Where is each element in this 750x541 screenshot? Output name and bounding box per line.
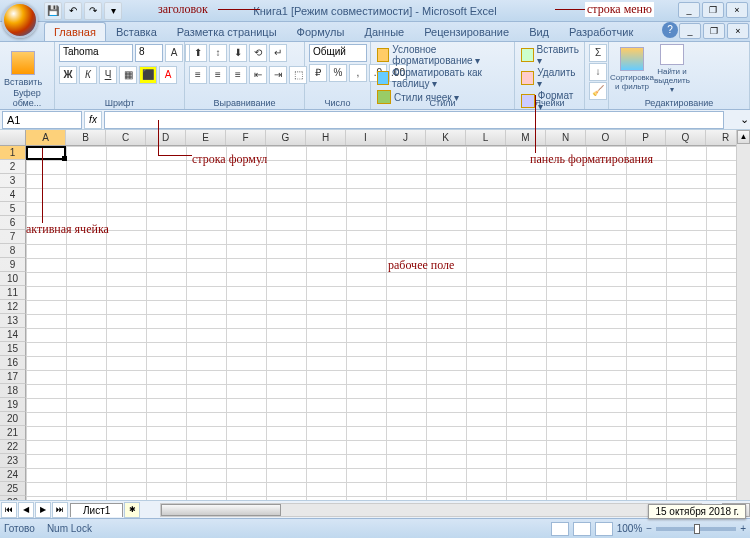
fill-icon[interactable]: ↓ (589, 63, 607, 81)
doc-minimize-button[interactable]: _ (679, 23, 701, 39)
italic-button[interactable]: К (79, 66, 97, 84)
row-header-5[interactable]: 5 (0, 202, 26, 216)
col-header-F[interactable]: F (226, 130, 266, 145)
row-header-18[interactable]: 18 (0, 384, 26, 398)
underline-button[interactable]: Ч (99, 66, 117, 84)
tab-home[interactable]: Главная (44, 22, 106, 41)
col-header-D[interactable]: D (146, 130, 186, 145)
doc-close-button[interactable]: × (727, 23, 749, 39)
format-as-table-button[interactable]: Форматировать как таблицу ▾ (375, 67, 510, 89)
sheet-nav-next-icon[interactable]: ▶ (35, 502, 51, 518)
row-header-7[interactable]: 7 (0, 230, 26, 244)
comma-icon[interactable]: , (349, 64, 367, 82)
indent-inc-icon[interactable]: ⇥ (269, 66, 287, 84)
align-top-icon[interactable]: ⬆ (189, 44, 207, 62)
font-name-combo[interactable]: Tahoma (59, 44, 133, 62)
qat-more-icon[interactable]: ▾ (104, 2, 122, 20)
paste-button[interactable]: Вставить (4, 44, 42, 94)
row-header-21[interactable]: 21 (0, 426, 26, 440)
formula-expand-icon[interactable]: ⌄ (738, 113, 750, 126)
view-layout-icon[interactable] (573, 522, 591, 536)
row-header-3[interactable]: 3 (0, 174, 26, 188)
fx-button[interactable]: fx (84, 111, 102, 129)
row-header-26[interactable]: 26 (0, 496, 26, 500)
maximize-button[interactable]: ❐ (702, 2, 724, 18)
col-header-A[interactable]: A (26, 130, 66, 145)
col-header-L[interactable]: L (466, 130, 506, 145)
font-color-button[interactable]: A (159, 66, 177, 84)
align-bottom-icon[interactable]: ⬇ (229, 44, 247, 62)
row-header-20[interactable]: 20 (0, 412, 26, 426)
row-header-11[interactable]: 11 (0, 286, 26, 300)
row-header-15[interactable]: 15 (0, 342, 26, 356)
zoom-percent[interactable]: 100% (617, 523, 643, 534)
bold-button[interactable]: Ж (59, 66, 77, 84)
zoom-in-button[interactable]: + (740, 523, 746, 534)
view-pagebreak-icon[interactable] (595, 522, 613, 536)
row-header-22[interactable]: 22 (0, 440, 26, 454)
col-header-I[interactable]: I (346, 130, 386, 145)
indent-dec-icon[interactable]: ⇤ (249, 66, 267, 84)
row-header-16[interactable]: 16 (0, 356, 26, 370)
col-header-N[interactable]: N (546, 130, 586, 145)
tab-page-layout[interactable]: Разметка страницы (167, 22, 287, 41)
font-size-combo[interactable]: 8 (135, 44, 163, 62)
row-header-17[interactable]: 17 (0, 370, 26, 384)
row-header-9[interactable]: 9 (0, 258, 26, 272)
row-header-12[interactable]: 12 (0, 300, 26, 314)
clear-icon[interactable]: 🧹 (589, 82, 607, 100)
redo-icon[interactable]: ↷ (84, 2, 102, 20)
doc-restore-button[interactable]: ❐ (703, 23, 725, 39)
col-header-M[interactable]: M (506, 130, 546, 145)
save-icon[interactable]: 💾 (44, 2, 62, 20)
vertical-scrollbar[interactable]: ▲ (736, 130, 750, 500)
undo-icon[interactable]: ↶ (64, 2, 82, 20)
find-select-button[interactable]: Найти и выделить ▾ (653, 44, 691, 94)
row-header-24[interactable]: 24 (0, 468, 26, 482)
tab-insert[interactable]: Вставка (106, 22, 167, 41)
col-header-H[interactable]: H (306, 130, 346, 145)
horizontal-scrollbar[interactable] (160, 503, 702, 517)
row-header-19[interactable]: 19 (0, 398, 26, 412)
cell-grid[interactable] (26, 146, 750, 500)
col-header-Q[interactable]: Q (666, 130, 706, 145)
row-header-4[interactable]: 4 (0, 188, 26, 202)
active-cell[interactable] (26, 146, 66, 160)
grow-font-icon[interactable]: A (165, 44, 183, 62)
col-header-P[interactable]: P (626, 130, 666, 145)
tab-developer[interactable]: Разработчик (559, 22, 643, 41)
autosum-icon[interactable]: Σ (589, 44, 607, 62)
row-header-14[interactable]: 14 (0, 328, 26, 342)
align-center-icon[interactable]: ≡ (209, 66, 227, 84)
sheet-nav-prev-icon[interactable]: ◀ (18, 502, 34, 518)
zoom-thumb[interactable] (694, 524, 700, 534)
select-all-corner[interactable] (0, 130, 26, 146)
col-header-O[interactable]: O (586, 130, 626, 145)
sheet-nav-last-icon[interactable]: ⏭ (52, 502, 68, 518)
align-right-icon[interactable]: ≡ (229, 66, 247, 84)
row-header-8[interactable]: 8 (0, 244, 26, 258)
align-left-icon[interactable]: ≡ (189, 66, 207, 84)
row-header-23[interactable]: 23 (0, 454, 26, 468)
office-button[interactable] (2, 2, 38, 38)
col-header-B[interactable]: B (66, 130, 106, 145)
help-button[interactable]: ? (662, 22, 678, 38)
currency-icon[interactable]: ₽ (309, 64, 327, 82)
row-header-10[interactable]: 10 (0, 272, 26, 286)
percent-icon[interactable]: % (329, 64, 347, 82)
col-header-G[interactable]: G (266, 130, 306, 145)
insert-cells-button[interactable]: Вставить ▾ (519, 44, 582, 66)
zoom-slider[interactable] (656, 527, 736, 531)
delete-cells-button[interactable]: Удалить ▾ (519, 67, 582, 89)
align-middle-icon[interactable]: ↕ (209, 44, 227, 62)
col-header-K[interactable]: K (426, 130, 466, 145)
row-header-6[interactable]: 6 (0, 216, 26, 230)
conditional-formatting-button[interactable]: Условное форматирование ▾ (375, 44, 510, 66)
view-normal-icon[interactable] (551, 522, 569, 536)
sheet-tab-1[interactable]: Лист1 (70, 503, 123, 517)
row-header-1[interactable]: 1 (0, 146, 26, 160)
tab-review[interactable]: Рецензирование (414, 22, 519, 41)
zoom-out-button[interactable]: − (646, 523, 652, 534)
border-button[interactable]: ▦ (119, 66, 137, 84)
tab-data[interactable]: Данные (354, 22, 414, 41)
